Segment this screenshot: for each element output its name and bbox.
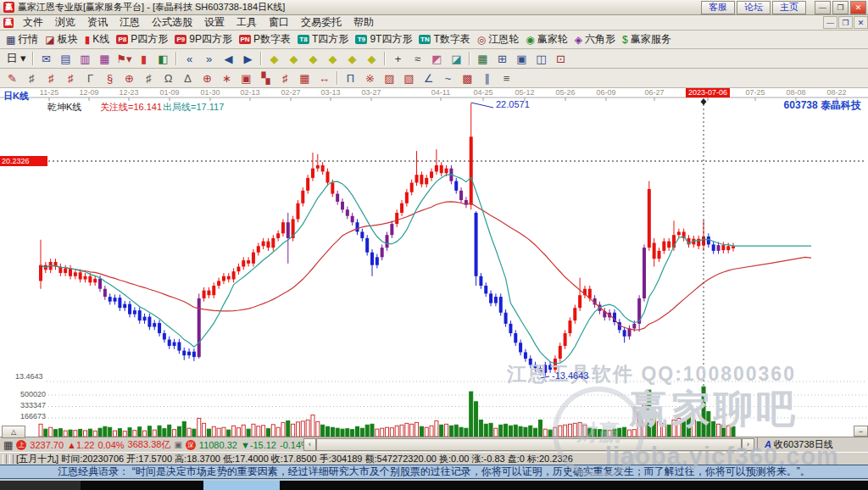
tool-gann-grid-1-icon[interactable]: ♯: [22, 70, 42, 87]
tool-box-tool-icon[interactable]: ▣: [236, 70, 256, 87]
tool-print-icon[interactable]: ⊡: [551, 50, 570, 68]
scroll-left-button[interactable]: ‹: [303, 438, 316, 451]
minimize-button[interactable]: —: [815, 1, 831, 14]
tool-diamond-4-icon[interactable]: ◆: [323, 50, 342, 68]
tool-width-tool-icon[interactable]: ↔: [314, 70, 334, 87]
tool-omega-tool-icon[interactable]: Ω: [159, 70, 178, 87]
tool-wave-tool-icon[interactable]: ~: [438, 70, 458, 87]
tool-shade-tool-icon[interactable]: ▚: [256, 70, 275, 87]
chart-mode-panel[interactable]: A 收603738日线: [757, 437, 857, 451]
toolbar-t-number-button[interactable]: TNT数字表: [415, 32, 473, 47]
tool-triangle-tool-icon[interactable]: ∆: [178, 70, 198, 87]
toolbar-winner-wheel-button[interactable]: ◉赢家轮: [522, 32, 570, 47]
tool-first-bar-icon[interactable]: «: [180, 50, 199, 68]
mdi-restore-button[interactable]: ❐: [838, 16, 853, 29]
tool-mini-kline-icon[interactable]: ▥: [75, 50, 95, 68]
tool-diamond-2-icon[interactable]: ◆: [284, 50, 303, 68]
forum-button[interactable]: 论坛: [737, 1, 771, 14]
tool-star-tool-icon[interactable]: ∗: [217, 70, 236, 87]
restore-button[interactable]: ❐: [832, 1, 849, 14]
menu-江恩[interactable]: 江恩: [114, 14, 146, 31]
tool-save-icon[interactable]: ◫: [531, 50, 551, 68]
scroll-thumb[interactable]: [316, 438, 742, 451]
support-button[interactable]: 客服: [701, 1, 735, 14]
taskbar-active-app[interactable]: [203, 481, 280, 490]
tool-zigzag-tool-icon[interactable]: ≈: [408, 50, 427, 68]
tool-level-tool-icon[interactable]: ≡: [497, 70, 516, 87]
tool-mini-trend-icon[interactable]: ▦: [95, 50, 114, 68]
menu-帮助[interactable]: 帮助: [348, 14, 380, 31]
menu-工具[interactable]: 工具: [231, 14, 263, 31]
ohlc-info-bar: [五月十九] 时间:20230706 开:17.5700 高:18.3700 低…: [0, 452, 868, 465]
tool-pi-tool-icon[interactable]: Π: [341, 70, 360, 87]
tool-diamond-5-icon[interactable]: ◆: [342, 50, 362, 68]
tool-mail-icon[interactable]: ✉: [36, 50, 56, 68]
menu-资讯[interactable]: 资讯: [81, 14, 114, 31]
homepage-button[interactable]: 主页: [772, 1, 806, 14]
tool-diamond-6-icon[interactable]: ◆: [362, 50, 381, 68]
tool-prev-bar-icon[interactable]: ◀: [219, 50, 238, 68]
tool-calendar-icon[interactable]: ▦: [473, 50, 492, 68]
menu-公式选股[interactable]: 公式选股: [146, 14, 198, 31]
tool-ref-mark-icon[interactable]: ※: [360, 70, 380, 87]
tool-spiral-tool-icon[interactable]: §: [100, 70, 120, 87]
scroll-right-button[interactable]: ›: [742, 438, 754, 451]
chart-h-scrollbar[interactable]: ‹ ›: [303, 437, 754, 451]
tool-gann-grid-3-icon[interactable]: ♯: [61, 70, 81, 87]
tool-last-bar-icon[interactable]: »: [199, 50, 219, 68]
szse-index-icon[interactable]: 深: [186, 440, 196, 450]
tool-parallel-tool-icon[interactable]: ∥: [477, 70, 497, 87]
toolbar-hexagon-button[interactable]: ◈六角形: [571, 32, 619, 47]
close-button[interactable]: ✕: [850, 1, 866, 14]
tool-fill-grid-icon[interactable]: ▩: [458, 70, 477, 87]
tool-diamond-1-icon[interactable]: ◆: [264, 50, 284, 68]
date-label-selected: 2023-07-06: [686, 88, 730, 97]
tool-news-list-icon[interactable]: ▤: [56, 50, 75, 68]
mdi-close-button[interactable]: ✕: [854, 16, 868, 29]
toolbar-winner-service-button[interactable]: $赢家服务: [619, 32, 675, 47]
volume-collapse-button[interactable]: △: [2, 426, 25, 438]
toolbar-t9-square-button[interactable]: T99T四方形: [352, 32, 415, 47]
tool-hatch-left-icon[interactable]: ▨: [380, 70, 399, 87]
toolbar-quotes-button[interactable]: ▦行情: [3, 32, 42, 47]
menu-文件[interactable]: 文件: [17, 14, 49, 31]
toolbar-p-number-button[interactable]: PNP数字表: [236, 32, 294, 47]
tool-flag-dropdown-icon[interactable]: ⚑▾: [114, 50, 134, 68]
tool-notes-icon[interactable]: ▣: [512, 50, 531, 68]
toolbar-gann-wheel-button[interactable]: ◎江恩轮: [474, 32, 522, 47]
tool-hand-tool-icon[interactable]: +: [388, 50, 408, 68]
tool-palette-icon[interactable]: ◧: [153, 50, 173, 68]
toolbar-t-square-button[interactable]: T8T四方形: [294, 32, 352, 47]
kline-chart-canvas[interactable]: [0, 88, 868, 437]
tool-circle-cross-icon[interactable]: ⊕: [198, 70, 217, 87]
tool-teal-tool-icon[interactable]: ◪: [447, 50, 466, 68]
volume-minimize-button[interactable]: −: [854, 426, 868, 437]
tool-gamma-tool-icon[interactable]: Γ: [81, 70, 100, 87]
mdi-minimize-button[interactable]: —: [823, 16, 837, 29]
toolbar-sectors-button[interactable]: ◪板块: [42, 32, 81, 47]
quote-grid-icon[interactable]: ▦: [3, 439, 13, 451]
menu-交易委托[interactable]: 交易委托: [295, 14, 348, 31]
tool-period-day-dropdown-icon[interactable]: 日 ▾: [3, 50, 30, 68]
toolbar-kline-button[interactable]: ▮K线: [81, 32, 114, 47]
menu-窗口[interactable]: 窗口: [263, 14, 295, 31]
tool-gann-grid-2-icon[interactable]: ♯: [42, 70, 61, 87]
tool-angle-tool-icon[interactable]: ∠: [419, 70, 438, 87]
tool-grid-tool-icon[interactable]: ♯: [139, 70, 159, 87]
tool-kline-style-icon[interactable]: ▮: [134, 50, 153, 68]
tool-next-bar-icon[interactable]: ▶: [238, 50, 258, 68]
tool-hatch-right-icon[interactable]: ▧: [399, 70, 419, 87]
tool-draw-pen-icon[interactable]: ✎: [3, 70, 22, 87]
tool-angle-ruler-icon[interactable]: ⊕: [120, 70, 139, 87]
menu-浏览[interactable]: 浏览: [49, 14, 81, 31]
tool-grid-dense-icon[interactable]: ▦: [295, 70, 314, 87]
sse-index-icon[interactable]: 上: [16, 440, 26, 450]
index-switch-icon[interactable]: ▣: [174, 440, 181, 449]
toolbar-p-square-button[interactable]: P8P四方形: [113, 32, 171, 47]
tool-diamond-3-icon[interactable]: ◆: [303, 50, 323, 68]
tool-calculator-icon[interactable]: ⊞: [492, 50, 512, 68]
menu-设置[interactable]: 设置: [198, 14, 231, 31]
tool-hash-tool-icon[interactable]: ♯: [275, 70, 295, 87]
tool-pink-tool-icon[interactable]: ◩: [427, 50, 447, 68]
toolbar-p9-square-button[interactable]: P99P四方形: [171, 32, 236, 47]
